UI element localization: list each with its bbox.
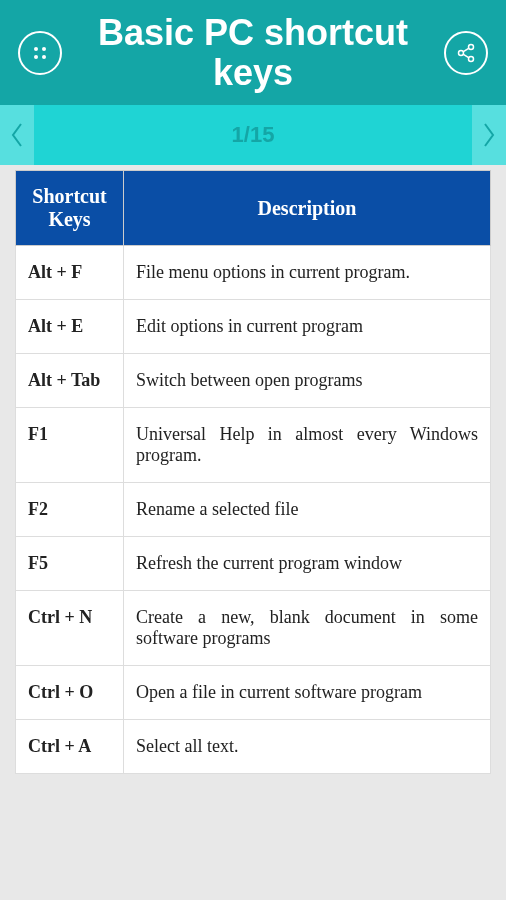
menu-button[interactable] [18,31,62,75]
grid-icon [33,46,47,60]
shortcuts-table: Shortcut Keys Description Alt + FFile me… [15,170,491,774]
table-row: Alt + EEdit options in current program [16,300,491,354]
shortcut-desc-cell: Refresh the current program window [124,537,491,591]
header-description: Description [124,171,491,246]
share-button[interactable] [444,31,488,75]
page-indicator: 1/15 [232,122,275,148]
shortcut-desc-cell: Switch between open programs [124,354,491,408]
shortcut-desc-cell: Open a file in current software program [124,666,491,720]
svg-point-3 [42,55,46,59]
share-icon [456,43,476,63]
table-row: Alt + FFile menu options in current prog… [16,246,491,300]
app-header: Basic PC shortcut keys [0,0,506,105]
svg-point-2 [34,55,38,59]
svg-point-0 [34,47,38,51]
shortcut-key-cell: F1 [16,408,124,483]
table-header-row: Shortcut Keys Description [16,171,491,246]
prev-page-button[interactable] [0,105,34,165]
pagination-bar: 1/15 [0,105,506,165]
shortcut-key-cell: Alt + F [16,246,124,300]
shortcut-key-cell: Ctrl + A [16,720,124,774]
table-row: Ctrl + NCreate a new, blank document in … [16,591,491,666]
shortcut-desc-cell: Edit options in current program [124,300,491,354]
header-keys: Shortcut Keys [16,171,124,246]
svg-line-8 [463,54,469,58]
table-row: Alt + TabSwitch between open programs [16,354,491,408]
shortcut-desc-cell: Select all text. [124,720,491,774]
shortcut-desc-cell: Rename a selected file [124,483,491,537]
shortcut-key-cell: Ctrl + N [16,591,124,666]
next-page-button[interactable] [472,105,506,165]
table-row: F1Universal Help in almost every Windows… [16,408,491,483]
chevron-left-icon [10,121,24,149]
svg-line-7 [463,48,469,52]
shortcut-key-cell: Alt + Tab [16,354,124,408]
shortcut-desc-cell: File menu options in current program. [124,246,491,300]
shortcut-desc-cell: Create a new, blank document in some sof… [124,591,491,666]
chevron-right-icon [482,121,496,149]
shortcut-key-cell: F2 [16,483,124,537]
shortcut-key-cell: Alt + E [16,300,124,354]
shortcut-key-cell: Ctrl + O [16,666,124,720]
page-title: Basic PC shortcut keys [62,13,444,92]
shortcut-desc-cell: Universal Help in almost every Windows p… [124,408,491,483]
table-row: Ctrl + OOpen a file in current software … [16,666,491,720]
svg-point-1 [42,47,46,51]
table-row: F2Rename a selected file [16,483,491,537]
table-row: Ctrl + ASelect all text. [16,720,491,774]
content-area: Shortcut Keys Description Alt + FFile me… [0,165,506,900]
table-row: F5Refresh the current program window [16,537,491,591]
shortcut-key-cell: F5 [16,537,124,591]
